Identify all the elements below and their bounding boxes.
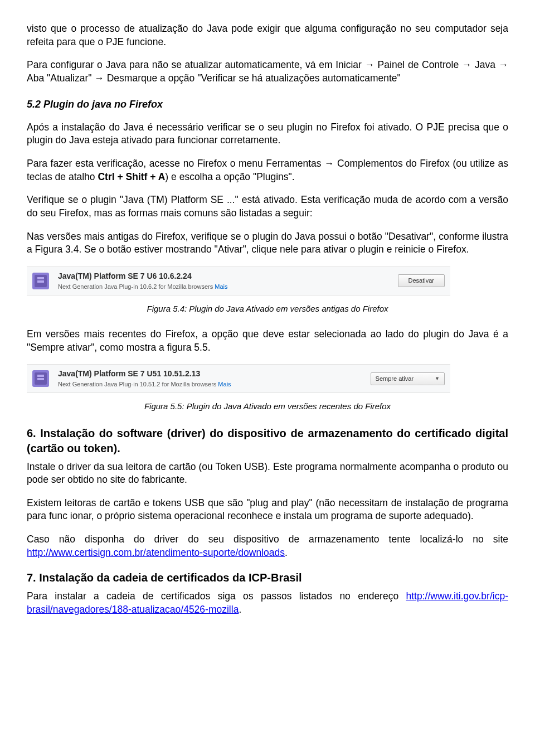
- paragraph: Para instalar a cadeia de certificados s…: [27, 590, 508, 616]
- plugin-info: Java(TM) Platform SE 7 U51 10.51.2.13 Ne…: [58, 369, 364, 389]
- plugin-title: Java(TM) Platform SE 7 U51 10.51.2.13: [58, 369, 364, 379]
- heading-6: 6. Instalação do software (driver) do di…: [27, 426, 508, 456]
- paragraph: Caso não disponha do driver do seu dispo…: [27, 533, 508, 559]
- plugin-subtitle: Next Generation Java Plug-in 10.6.2 for …: [58, 283, 391, 291]
- text: .: [285, 547, 288, 558]
- figure-caption-54: Figura 5.4: Plugin do Java Ativado em ve…: [27, 303, 508, 314]
- chevron-down-icon: ▼: [435, 375, 440, 382]
- plugin-more-link[interactable]: Mais: [215, 283, 227, 290]
- plugin-sub-text: Next Generation Java Plug-in 10.6.2 for …: [58, 283, 215, 290]
- paragraph: Após a instalação do Java é necessário v…: [27, 121, 508, 147]
- plugin-icon: [30, 368, 51, 389]
- heading-52: 5.2 Plugin do java no Firefox: [27, 98, 508, 111]
- paragraph: Nas versões mais antigas do Firefox, ver…: [27, 230, 508, 256]
- svg-rect-6: [37, 375, 44, 377]
- plugin-more-link[interactable]: Mais: [218, 381, 231, 387]
- paragraph: Verifique se o plugin "Java (TM) Platfor…: [27, 193, 508, 220]
- plugin-subtitle: Next Generation Java Plug-in 10.51.2 for…: [58, 380, 364, 389]
- svg-rect-7: [37, 378, 44, 380]
- text: ) e escolha a opção "Plugins".: [165, 171, 294, 182]
- select-value: Sempre ativar: [376, 375, 414, 383]
- paragraph: Em versões mais recentes do Firefox, a o…: [27, 328, 508, 354]
- heading-7: 7. Instalação da cadeia de certificados …: [27, 570, 508, 585]
- plugin-sub-text: Next Generation Java Plug-in 10.51.2 for…: [58, 381, 218, 387]
- plugin-card-new: Java(TM) Platform SE 7 U51 10.51.2.13 Ne…: [27, 364, 450, 393]
- text: Para instalar a cadeia de certificados s…: [27, 590, 406, 602]
- paragraph: visto que o processo de atualização do J…: [27, 22, 508, 49]
- disable-button[interactable]: Desativar: [398, 274, 445, 287]
- paragraph: Para fazer esta verificação, acesse no F…: [27, 157, 508, 183]
- plugin-info: Java(TM) Platform SE 7 U6 10.6.2.24 Next…: [58, 271, 391, 291]
- activation-select[interactable]: Sempre ativar ▼: [371, 372, 445, 385]
- svg-rect-2: [37, 277, 44, 279]
- text: Caso não disponha do driver do seu dispo…: [27, 534, 508, 545]
- plugin-title: Java(TM) Platform SE 7 U6 10.6.2.24: [58, 271, 391, 282]
- paragraph: Para configurar o Java para não se atual…: [27, 59, 508, 85]
- paragraph: Instale o driver da sua leitora de cartã…: [27, 461, 508, 487]
- text: .: [239, 604, 241, 615]
- shortcut-bold: Ctrl + Shitf + A: [98, 171, 165, 182]
- figure-caption-55: Figura 5.5: Plugin do Java Ativado em ve…: [27, 401, 508, 412]
- paragraph: Existem leitoras de cartão e tokens USB …: [27, 497, 508, 523]
- svg-rect-3: [37, 280, 44, 283]
- certisign-link[interactable]: http://www.certisign.com.br/atendimento-…: [27, 547, 285, 558]
- plugin-icon: [30, 270, 51, 292]
- plugin-card-old: Java(TM) Platform SE 7 U6 10.6.2.24 Next…: [27, 266, 450, 295]
